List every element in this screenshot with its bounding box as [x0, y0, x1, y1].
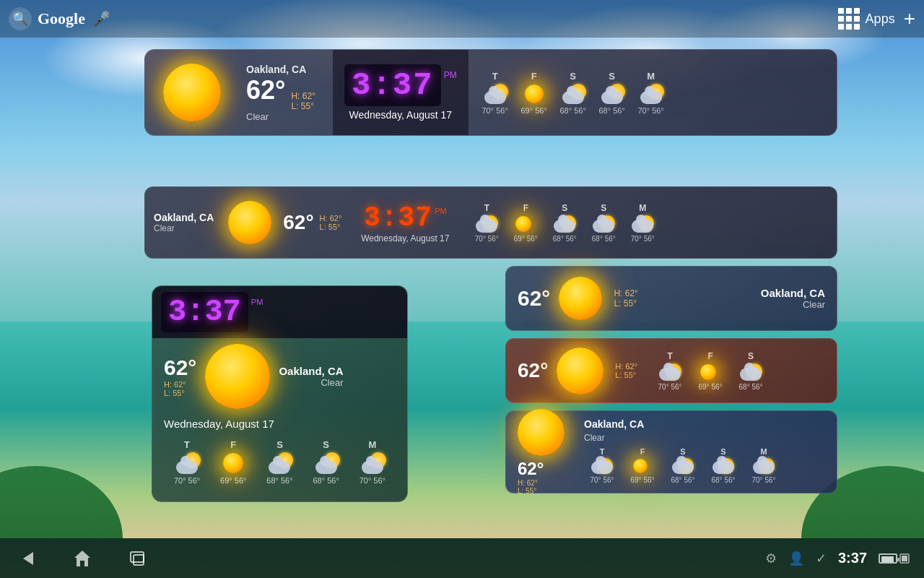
w6-forecast-0: T 70° 56°	[584, 447, 620, 484]
w1-ampm: PM	[444, 70, 457, 80]
w3-temp-info: 62° H: 62° L: 55°	[164, 355, 196, 397]
w1-temp-section: Oakland, CA 62° H: 62° L: 55° Clear	[239, 50, 333, 135]
nav-left	[14, 545, 150, 571]
w3-date: Wednesday, August 17	[164, 418, 274, 430]
w3-city-section: Oakland, CA Clear	[279, 365, 343, 388]
apps-grid-icon	[838, 8, 860, 30]
w2-temp: 62°	[283, 211, 313, 234]
widget-2-weather[interactable]: Oakland, CA Clear 62° H: 62° L: 55° 3:37…	[144, 186, 837, 259]
widget-3-weather[interactable]: 3:37 PM 62° H: 62° L: 55° Oakland, CA Cl…	[152, 285, 408, 502]
w1-sun-section	[145, 50, 239, 135]
w6-right: Oakland, CA Clear T 70° 56° F 69° 56° S …	[584, 418, 825, 486]
w6-condition: Clear	[584, 433, 825, 443]
w2-icon-3	[592, 215, 615, 233]
forecast-day-2: S 68° 56°	[555, 71, 591, 115]
widget-4-weather[interactable]: 62° H: 62° L: 55° Oakland, CA Clear	[505, 266, 837, 331]
w4-city-section: Oakland, CA Clear	[761, 287, 825, 310]
w5-hi: H: 62°	[615, 362, 637, 371]
widget-6-weather[interactable]: 62° H: 62° L: 55° Oakland, CA Clear T 70…	[505, 410, 837, 493]
w5-lo: L: 55°	[615, 371, 637, 379]
w3-sun-icon	[205, 344, 270, 409]
w3-forecast-1: F 69° 56°	[215, 439, 251, 485]
w2-forecast-0: T 70° 56°	[468, 203, 505, 243]
add-widget-button[interactable]: +	[904, 7, 915, 30]
microphone-icon[interactable]: 🎤	[91, 9, 111, 29]
w5-sun-icon	[557, 348, 603, 394]
forecast-icon-2	[560, 84, 586, 104]
forecast-day-0: T 70° 56°	[477, 71, 513, 115]
w5-icon-0	[658, 363, 681, 381]
w1-forecast-section: T 70° 56° F 69° 56° S 68° 56° S 68°	[468, 50, 837, 135]
android-icon: ⚙	[765, 551, 777, 566]
w3-lo: L: 55°	[164, 389, 196, 397]
bottom-bar-right: ⚙ 👤 ✓ 3:37	[765, 550, 910, 566]
w3-icon-1	[221, 452, 245, 474]
back-icon	[17, 548, 38, 569]
w1-date: Wednesday, August 17	[349, 109, 452, 121]
apps-button[interactable]: Apps	[838, 8, 895, 30]
w1-hi: H: 62°	[291, 91, 315, 101]
top-bar: 🔍 Google 🎤 Apps +	[0, 0, 924, 38]
search-icon[interactable]: 🔍	[9, 7, 32, 30]
w3-icon-2	[266, 452, 293, 474]
w3-ampm: PM	[251, 298, 263, 306]
w2-icon-4	[631, 215, 654, 233]
search-area[interactable]: 🔍 Google	[9, 7, 85, 30]
w3-city: Oakland, CA	[279, 365, 343, 377]
w2-forecast-2: S 68° 56°	[546, 203, 583, 243]
svg-marker-1	[74, 551, 90, 566]
widget-1-weather[interactable]: Oakland, CA 62° H: 62° L: 55° Clear 3:37…	[144, 49, 837, 136]
w2-icon-0	[475, 215, 498, 233]
w6-forecast-1: F 69° 56°	[624, 447, 661, 484]
w2-forecast-3: S 68° 56°	[585, 203, 622, 243]
widget-5-weather[interactable]: 62° H: 62° L: 55° T 70° 56° F 69° 56° S …	[505, 338, 837, 403]
w2-sun-icon	[228, 201, 271, 244]
google-logo[interactable]: Google	[38, 9, 85, 28]
bottom-bar: ⚙ 👤 ✓ 3:37	[0, 538, 924, 578]
home-icon	[73, 549, 92, 568]
w6-forecast-2: S 68° 56°	[665, 447, 701, 484]
w6-hi: H: 62°	[518, 479, 575, 487]
w3-forecast: T 70° 56° F 69° 56° S 68° 56° S 68° 56° …	[152, 434, 407, 493]
w6-forecast-4: M 70° 56°	[746, 447, 782, 484]
w1-city: Oakland, CA	[246, 64, 326, 75]
w2-forecast-4: M 70° 56°	[624, 203, 661, 243]
w3-forecast-4: M 70° 56°	[354, 439, 391, 485]
svg-rect-3	[134, 555, 144, 565]
w3-main: 62° H: 62° L: 55° Oakland, CA Clear	[152, 338, 407, 415]
recents-button[interactable]	[124, 545, 150, 571]
w3-clock-section: 3:37 PM	[152, 286, 407, 338]
w6-lo: L: 55°	[518, 487, 575, 495]
w4-temp: 62°	[518, 286, 550, 311]
w4-condition: Clear	[803, 299, 825, 310]
w3-clock: 3:37	[161, 292, 248, 332]
w3-hi: H: 62°	[164, 380, 196, 389]
bottom-time: 3:37	[838, 550, 867, 566]
w1-clock-section: 3:37 PM Wednesday, August 17	[333, 50, 468, 135]
w5-temp: 62°	[518, 359, 548, 382]
battery-icon	[879, 553, 897, 564]
w2-date: Wednesday, August 17	[361, 233, 449, 243]
w1-temp: 62°	[246, 75, 285, 105]
w6-icon-1	[633, 458, 652, 474]
w6-sun-icon	[518, 409, 565, 456]
w4-hi: H: 62°	[614, 288, 637, 298]
home-button[interactable]	[69, 545, 95, 571]
w2-ampm: PM	[435, 207, 447, 215]
w6-temp: 62°	[518, 459, 575, 479]
w1-condition: Clear	[246, 111, 326, 122]
w2-condition: Clear	[154, 223, 214, 233]
w4-sun-icon	[559, 277, 602, 320]
w6-icon-4	[753, 458, 775, 474]
w5-forecast: T 70° 56° F 69° 56° S 68° 56°	[652, 351, 769, 391]
w2-icon-1	[515, 215, 536, 233]
w3-temp: 62°	[164, 355, 196, 380]
forecast-day-4: M 70° 56°	[633, 71, 669, 115]
w2-city: Oakland, CA	[154, 212, 214, 223]
w4-hilo: H: 62° L: 55°	[614, 288, 637, 309]
w6-icon-2	[672, 458, 694, 474]
forecast-icon-0	[482, 84, 508, 104]
forecast-day-3: S 68° 56°	[594, 71, 630, 115]
w6-city-section: Oakland, CA	[584, 418, 825, 430]
back-button[interactable]	[14, 545, 40, 571]
